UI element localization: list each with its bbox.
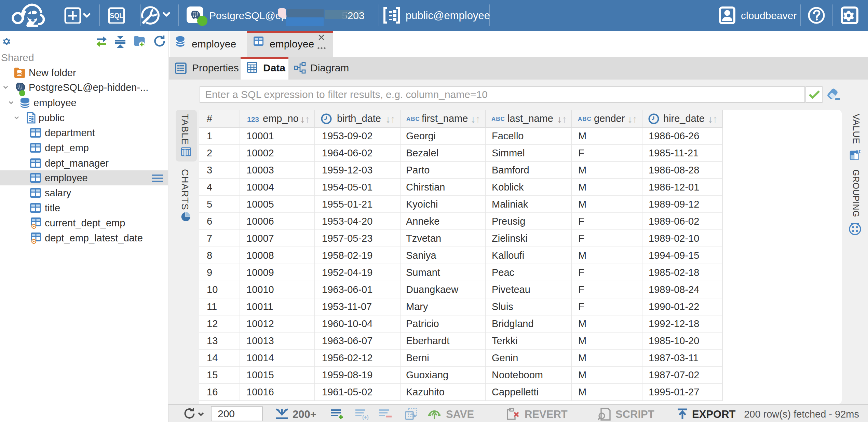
svg-text:SQL: SQL	[110, 12, 123, 19]
svg-text:(+): (+)	[362, 414, 369, 420]
